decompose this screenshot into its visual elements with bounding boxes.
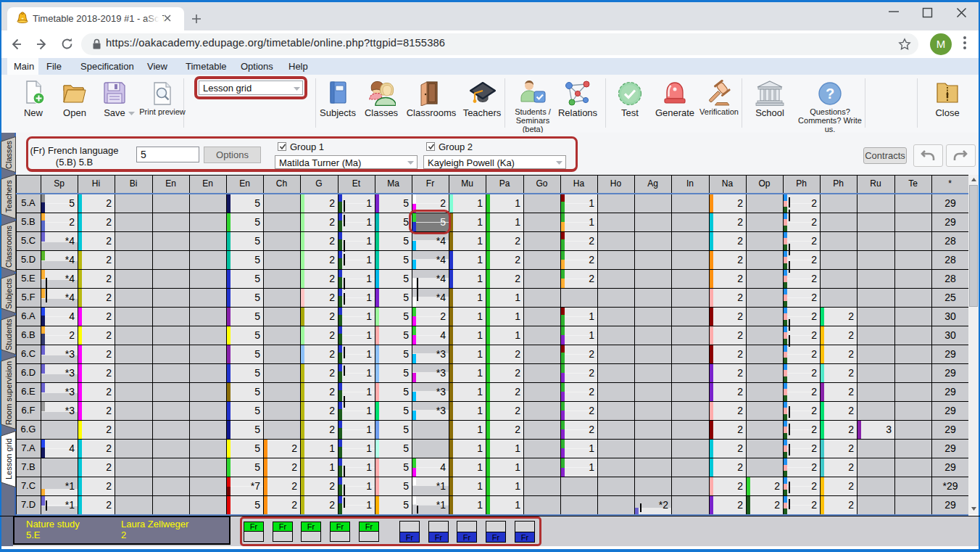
svg-text:?: ?: [826, 86, 834, 102]
